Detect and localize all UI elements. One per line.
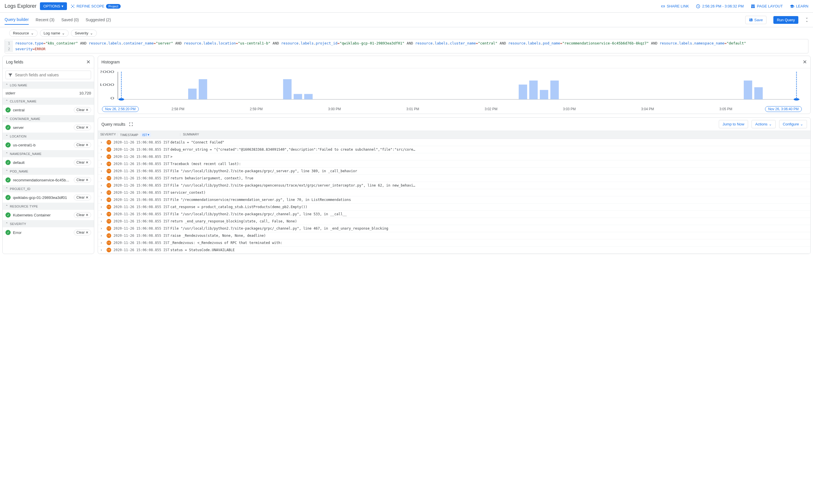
- log-summary: File "/usr/local/lib/python2.7/site-pack…: [170, 226, 808, 230]
- field-row[interactable]: ✓ Kubernetes Container Clear ✕: [3, 210, 94, 220]
- chevron-right-icon[interactable]: ›: [100, 212, 104, 216]
- clear-button[interactable]: Clear ✕: [74, 212, 91, 218]
- clear-button[interactable]: Clear ✕: [74, 177, 91, 183]
- field-group-header[interactable]: ⌃ POD_NAME: [3, 168, 94, 175]
- field-group-header[interactable]: ⌃ NAMESPACE_NAME: [3, 150, 94, 157]
- field-row[interactable]: ✓ qwiklabs-gcp-01-29893ea3df01 Clear ✕: [3, 192, 94, 203]
- svg-point-8: [119, 98, 124, 100]
- end-time-pill[interactable]: Nov 26, 3:06:40 PM: [765, 106, 802, 112]
- severity-error-icon: !!: [106, 183, 111, 188]
- chevron-right-icon[interactable]: ›: [100, 191, 104, 195]
- configure-dropdown[interactable]: Configure ⌄: [779, 120, 807, 128]
- clear-button[interactable]: Clear ✕: [74, 160, 91, 165]
- log-row[interactable]: › !! 2020-11-26 15:06:08.855 IST _Rendez…: [98, 239, 810, 247]
- chevron-right-icon[interactable]: ›: [100, 155, 104, 159]
- query-line-1[interactable]: resource.type="k8s_container" AND resour…: [13, 40, 808, 46]
- histogram-chart[interactable]: 2000 1000 0: [100, 69, 804, 105]
- tab-suggested[interactable]: Suggested (2): [86, 15, 111, 24]
- time-range-button[interactable]: 2:56:26 PM - 3:06:32 PM: [696, 4, 744, 9]
- log-row[interactable]: › !! 2020-11-26 15:06:08.855 IST Traceba…: [98, 160, 810, 168]
- log-row[interactable]: › !! 2020-11-26 15:06:08.855 IST debug_e…: [98, 146, 810, 153]
- log-row[interactable]: › !! 2020-11-26 15:06:08.855 IST File "/…: [98, 182, 810, 189]
- field-row[interactable]: ✓ us-central1-b Clear ✕: [3, 140, 94, 150]
- chevron-right-icon[interactable]: ›: [100, 205, 104, 209]
- run-query-button[interactable]: Run Query: [773, 16, 798, 24]
- close-icon[interactable]: ✕: [803, 59, 807, 65]
- log-row[interactable]: › !! 2020-11-26 15:06:08.855 IST return …: [98, 218, 810, 225]
- chevron-right-icon[interactable]: ›: [100, 226, 104, 230]
- chevron-right-icon[interactable]: ›: [100, 169, 104, 173]
- start-time-pill[interactable]: Nov 26, 2:56:20 PM: [102, 106, 139, 112]
- tab-query-builder[interactable]: Query builder: [5, 15, 29, 25]
- clear-button[interactable]: Clear ✕: [74, 142, 91, 148]
- results-title: Query results: [101, 122, 125, 127]
- chevron-right-icon[interactable]: ›: [100, 248, 104, 252]
- filter-resource[interactable]: Resource ⌄: [9, 30, 38, 37]
- field-row[interactable]: ✓ server Clear ✕: [3, 122, 94, 133]
- field-group-header[interactable]: ⌃ CONTAINER_NAME: [3, 115, 94, 122]
- log-fields-panel: Log fields ✕ ⌃ LOG NAMEstderr10,720⌃ CLU…: [2, 56, 94, 254]
- clear-button[interactable]: Clear ✕: [74, 125, 91, 130]
- options-button[interactable]: OPTIONS ▾: [40, 2, 67, 10]
- tab-recent[interactable]: Recent (3): [36, 15, 54, 24]
- query-line-2[interactable]: severity=ERROR: [13, 46, 808, 52]
- jump-to-now-button[interactable]: Jump to Now: [719, 120, 748, 128]
- log-row[interactable]: › !! 2020-11-26 15:06:08.855 IST return …: [98, 175, 810, 182]
- save-button[interactable]: Save: [745, 16, 766, 24]
- filter-severity[interactable]: Severity ⌄: [71, 30, 97, 37]
- field-row[interactable]: ✓ central Clear ✕: [3, 105, 94, 115]
- chevron-right-icon[interactable]: ›: [100, 198, 104, 202]
- field-row[interactable]: ✓ recommendationservice-6c45b... Clear ✕: [3, 175, 94, 185]
- chevron-right-icon[interactable]: ›: [100, 162, 104, 166]
- close-icon[interactable]: ✕: [86, 59, 90, 65]
- timezone-pill[interactable]: IST ▾: [140, 133, 151, 137]
- chevron-up-icon: ⌃: [5, 169, 8, 173]
- severity-error-icon: !!: [106, 219, 111, 224]
- expand-icon[interactable]: [129, 122, 133, 127]
- log-row[interactable]: › !! 2020-11-26 15:06:08.855 IST File "/…: [98, 211, 810, 218]
- log-row[interactable]: › !! 2020-11-26 15:06:08.855 IST File "/…: [98, 196, 810, 203]
- log-summary: debug_error_string = "{"created":"@16063…: [170, 148, 808, 152]
- fields-search-input[interactable]: [15, 73, 88, 77]
- log-row[interactable]: › !! 2020-11-26 15:06:08.855 IST >: [98, 153, 810, 160]
- svg-rect-11: [199, 79, 207, 99]
- field-row[interactable]: ✓ Error Clear ✕: [3, 227, 94, 238]
- clear-button[interactable]: Clear ✕: [74, 230, 91, 235]
- chevron-right-icon[interactable]: ›: [100, 148, 104, 152]
- learn-button[interactable]: LEARN: [790, 4, 808, 9]
- field-group-header[interactable]: ⌃ RESOURCE TYPE: [3, 203, 94, 210]
- field-group-header[interactable]: ⌃ PROJECT_ID: [3, 185, 94, 192]
- chevron-right-icon[interactable]: ›: [100, 241, 104, 245]
- log-row[interactable]: › !! 2020-11-26 15:06:08.855 IST service…: [98, 189, 810, 196]
- chevron-right-icon[interactable]: ›: [100, 234, 104, 238]
- log-timestamp: 2020-11-26 15:06:08.855 IST: [113, 183, 168, 187]
- fields-search[interactable]: [5, 71, 91, 79]
- chevron-right-icon[interactable]: ›: [100, 176, 104, 180]
- field-row[interactable]: ✓ default Clear ✕: [3, 157, 94, 168]
- actions-dropdown[interactable]: Actions ⌄: [752, 120, 776, 128]
- expand-toggle[interactable]: ⌄⌄: [805, 15, 808, 24]
- field-group-header[interactable]: ⌃ LOG NAME: [3, 82, 94, 89]
- field-group-header[interactable]: ⌃ LOCATION: [3, 133, 94, 140]
- field-group-header[interactable]: ⌃ CLUSTER_NAME: [3, 98, 94, 105]
- log-row[interactable]: › !! 2020-11-26 15:06:08.855 IST File "/…: [98, 168, 810, 175]
- field-group-header[interactable]: ⌃ SEVERITY: [3, 220, 94, 227]
- link-icon: [661, 4, 665, 9]
- log-row[interactable]: › !! 2020-11-26 15:06:08.855 IST File "/…: [98, 225, 810, 232]
- page-layout-button[interactable]: PAGE LAYOUT: [751, 4, 783, 9]
- log-row[interactable]: › !! 2020-11-26 15:06:08.855 IST status …: [98, 247, 810, 254]
- refine-scope-button[interactable]: REFINE SCOPE Project: [70, 4, 121, 9]
- field-row[interactable]: stderr10,720: [3, 89, 94, 98]
- share-link-button[interactable]: SHARE LINK: [661, 4, 689, 9]
- chevron-right-icon[interactable]: ›: [100, 219, 104, 223]
- clear-button[interactable]: Clear ✕: [74, 195, 91, 200]
- chevron-right-icon[interactable]: ›: [100, 183, 104, 187]
- tab-saved[interactable]: Saved (0): [61, 15, 79, 24]
- query-editor[interactable]: 1 resource.type="k8s_container" AND reso…: [0, 39, 813, 56]
- log-row[interactable]: › !! 2020-11-26 15:06:08.855 IST cat_res…: [98, 203, 810, 211]
- filter-logname[interactable]: Log name ⌄: [40, 30, 69, 37]
- log-row[interactable]: › !! 2020-11-26 15:06:08.855 IST details…: [98, 139, 810, 146]
- log-row[interactable]: › !! 2020-11-26 15:06:08.855 IST raise _…: [98, 232, 810, 239]
- clear-button[interactable]: Clear ✕: [74, 107, 91, 113]
- chevron-right-icon[interactable]: ›: [100, 140, 104, 144]
